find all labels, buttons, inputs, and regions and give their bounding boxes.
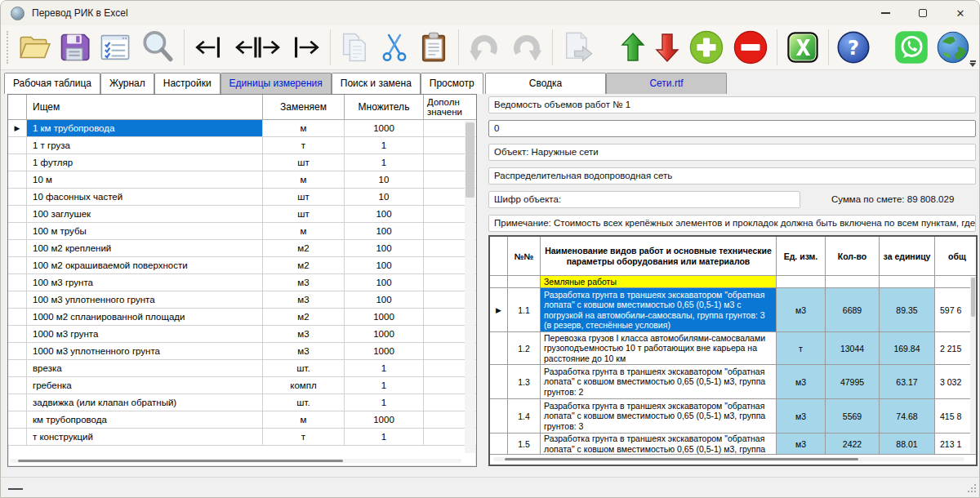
replace-cell[interactable]: м2 xyxy=(263,309,345,325)
factor-cell[interactable]: 1 xyxy=(345,137,424,153)
units-row[interactable]: 100 м3 грунтам3100 xyxy=(8,274,476,291)
units-row[interactable]: 100 м3 уплотненного грунтам3100 xyxy=(8,291,476,309)
factor-cell[interactable]: 100 xyxy=(345,206,424,222)
tab-preview[interactable]: Просмотр xyxy=(421,73,483,94)
replace-cell[interactable]: м3 xyxy=(263,274,345,291)
works-vertical-scrollbar[interactable] xyxy=(970,277,976,453)
replace-cell[interactable]: м xyxy=(263,171,345,188)
extra-cell[interactable] xyxy=(424,240,463,256)
replace-cell[interactable]: м xyxy=(263,120,345,136)
undo-button[interactable] xyxy=(463,27,506,68)
work-name-cell[interactable]: Разработка грунта в траншеях экскаваторо… xyxy=(541,434,777,454)
help-button[interactable]: ? xyxy=(833,27,874,68)
tab-settings[interactable]: Настройки xyxy=(154,73,220,94)
search-button[interactable] xyxy=(136,27,180,68)
find-cell[interactable]: 100 м2 окрашиваемой поверхности xyxy=(27,257,263,273)
tab-find-replace[interactable]: Поиск и замена xyxy=(332,73,421,94)
units-vertical-scrollbar[interactable] xyxy=(465,121,475,453)
header-qty[interactable]: Кол-во xyxy=(826,237,880,275)
collapse-right-button[interactable] xyxy=(283,27,326,68)
copy-button[interactable] xyxy=(335,27,376,68)
per-unit-cell[interactable]: 88.01 xyxy=(880,434,935,454)
units-horizontal-scrollbar[interactable] xyxy=(10,459,461,463)
replace-cell[interactable]: м3 xyxy=(263,326,345,342)
work-name-cell[interactable]: Разработка грунта в траншеях экскаваторо… xyxy=(541,399,777,433)
units-row[interactable]: врезкашт.1 xyxy=(8,360,476,377)
replace-cell[interactable]: м2 xyxy=(263,240,345,256)
units-row[interactable]: 1000 м3 грунтам31000 xyxy=(8,326,476,343)
works-row[interactable]: 1.2Перевозка грузов I класса автомобилям… xyxy=(490,332,976,365)
work-name-cell[interactable]: Разработка грунта в траншеях экскаваторо… xyxy=(541,288,777,331)
close-button[interactable]: ✕ xyxy=(942,1,979,25)
find-cell[interactable]: гребенка xyxy=(27,377,263,394)
paste-button[interactable] xyxy=(413,27,454,68)
works-horizontal-scrollbar[interactable] xyxy=(493,457,964,461)
find-cell[interactable]: задвижка (или клапан обратный) xyxy=(27,394,263,411)
header-per-unit[interactable]: за единицу xyxy=(880,237,935,275)
factor-cell[interactable]: 1 xyxy=(345,377,424,394)
collapse-left-button[interactable] xyxy=(189,27,231,68)
extra-cell[interactable] xyxy=(424,206,463,222)
factor-cell[interactable]: 1000 xyxy=(345,120,424,136)
extra-cell[interactable] xyxy=(424,154,463,171)
header-total[interactable]: общ xyxy=(935,237,976,275)
maximize-button[interactable] xyxy=(904,1,942,25)
units-row[interactable]: 10 мм10 xyxy=(8,171,476,189)
units-row[interactable]: задвижка (или клапан обратный)шт.1 xyxy=(8,394,476,411)
unit-cell[interactable]: м3 xyxy=(777,434,826,454)
extra-cell[interactable] xyxy=(424,291,463,308)
num-cell[interactable]: 1.4 xyxy=(508,399,541,433)
header-factor[interactable]: Множитель xyxy=(345,95,424,119)
per-unit-cell[interactable]: 169.84 xyxy=(880,332,935,364)
units-row[interactable]: 1 т грузат1 xyxy=(8,137,476,154)
replace-cell[interactable]: м xyxy=(263,411,345,428)
units-row[interactable]: 1 футляршт1 xyxy=(8,154,476,171)
replace-cell[interactable]: шт xyxy=(263,154,345,171)
replace-cell[interactable]: шт xyxy=(263,189,345,205)
units-row[interactable]: т конструкцийт1 xyxy=(8,429,476,446)
factor-cell[interactable]: 100 xyxy=(345,240,424,256)
work-name-cell[interactable]: Разработка грунта в траншеях экскаваторо… xyxy=(541,365,777,398)
find-cell[interactable]: 10 м xyxy=(27,171,263,188)
find-cell[interactable]: 100 м2 креплений xyxy=(27,240,263,256)
factor-cell[interactable]: 100 xyxy=(345,257,424,273)
find-cell[interactable]: 1 футляр xyxy=(27,154,263,171)
factor-cell[interactable]: 100 xyxy=(345,274,424,291)
factor-cell[interactable]: 1000 xyxy=(345,309,424,325)
move-up-button[interactable] xyxy=(616,27,650,68)
statement-number-field[interactable]: 0 xyxy=(488,120,976,137)
header-find[interactable]: Ищем xyxy=(27,95,263,119)
find-cell[interactable]: 100 заглушек xyxy=(27,206,263,222)
extra-cell[interactable] xyxy=(424,137,463,153)
extra-cell[interactable] xyxy=(424,343,463,359)
units-row[interactable]: 1000 м3 уплотненного грунтам31000 xyxy=(8,343,476,360)
section-name-cell[interactable]: Земляные работы xyxy=(541,276,777,287)
section-row[interactable]: Земляные работы xyxy=(490,276,976,288)
header-extra[interactable]: Дополн значени xyxy=(424,95,463,119)
factor-cell[interactable]: 1 xyxy=(345,429,424,445)
factor-cell[interactable]: 1 xyxy=(345,154,424,171)
replace-cell[interactable]: шт. xyxy=(263,394,345,411)
find-cell[interactable]: 100 м3 уплотненного грунта xyxy=(27,291,263,308)
minimize-button[interactable] xyxy=(866,1,904,25)
object-cipher-field[interactable]: Шифр объекта: xyxy=(488,191,800,208)
tab-units[interactable]: Единицы измерения xyxy=(220,73,332,94)
per-unit-cell[interactable]: 74.68 xyxy=(880,399,935,433)
replace-cell[interactable]: м3 xyxy=(263,291,345,308)
works-row[interactable]: ▶1.1Разработка грунта в траншеях экскава… xyxy=(490,288,976,332)
tab-seti-rtf[interactable]: Сети.rtf xyxy=(606,73,727,94)
replace-cell[interactable]: шт. xyxy=(263,360,345,376)
factor-cell[interactable]: 1 xyxy=(345,360,424,376)
replace-cell[interactable]: м3 xyxy=(263,343,345,359)
tab-summary[interactable]: Сводка xyxy=(485,73,606,94)
open-folder-button[interactable] xyxy=(13,27,54,68)
units-row[interactable]: ▶1 км трубопроводам1000 xyxy=(8,120,476,137)
factor-cell[interactable]: 100 xyxy=(345,223,424,239)
resize-grip[interactable] xyxy=(966,484,976,494)
num-cell[interactable]: 1.5 xyxy=(508,434,541,454)
note-field[interactable]: Примечание: Стоимость всех крепёжных эле… xyxy=(488,215,976,232)
toolbar-grip[interactable] xyxy=(7,31,9,64)
num-cell[interactable]: 1.1 xyxy=(508,288,541,331)
unit-cell[interactable]: м3 xyxy=(777,399,826,433)
export-document-button[interactable] xyxy=(556,27,599,68)
